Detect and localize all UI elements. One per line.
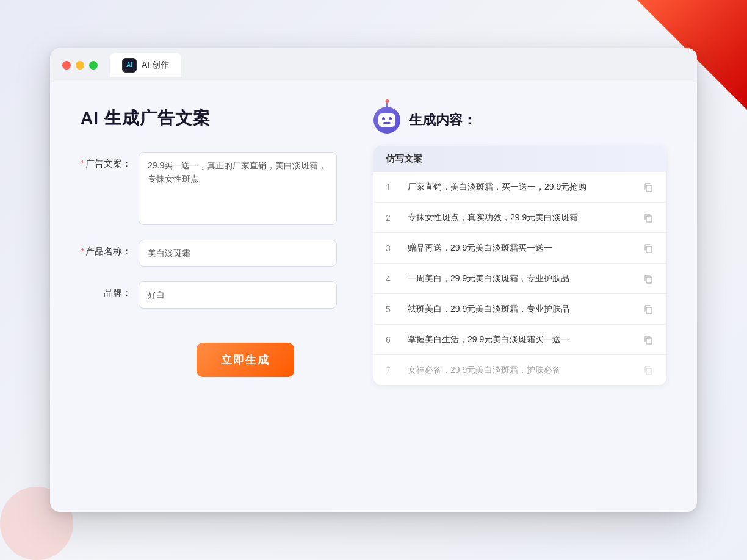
svg-rect-1: [646, 216, 652, 222]
browser-tab[interactable]: AI AI 创作: [110, 53, 181, 77]
result-text: 女神必备，29.9元美白淡斑霜，护肤必备: [408, 364, 632, 376]
browser-chrome: AI AI 创作: [50, 48, 697, 82]
svg-rect-4: [646, 307, 652, 314]
browser-content: AI 生成广告文案 *广告文案： *产品名称： 品牌：: [50, 82, 697, 512]
results-container: 仿写文案 1 厂家直销，美白淡斑霜，买一送一，29.9元抢购 2 专抹女性斑点，…: [374, 146, 666, 385]
ad-copy-input[interactable]: [139, 152, 337, 225]
window-controls: [62, 61, 98, 70]
result-row: 2 专抹女性斑点，真实功效，29.9元美白淡斑霜: [374, 203, 666, 233]
copy-button[interactable]: [642, 273, 654, 285]
copy-button[interactable]: [642, 364, 654, 376]
results-header: 仿写文案: [374, 146, 666, 172]
result-text: 掌握美白生活，29.9元美白淡斑霜买一送一: [408, 333, 632, 346]
copy-icon: [643, 243, 653, 253]
result-row: 6 掌握美白生活，29.9元美白淡斑霜买一送一: [374, 325, 666, 355]
robot-icon: [374, 107, 400, 134]
svg-rect-6: [646, 368, 652, 375]
copy-button[interactable]: [642, 334, 654, 346]
right-header: 生成内容：: [374, 107, 666, 134]
result-text: 赠品再送，29.9元美白淡斑霜买一送一: [408, 242, 632, 254]
result-number: 7: [386, 365, 398, 375]
svg-rect-2: [646, 246, 652, 253]
result-text: 专抹女性斑点，真实功效，29.9元美白淡斑霜: [408, 211, 632, 224]
copy-button[interactable]: [642, 303, 654, 315]
browser-window: AI AI 创作 AI 生成广告文案 *广告文案： *产品名称：: [50, 48, 697, 512]
result-number: 4: [386, 274, 398, 284]
result-row: 3 赠品再送，29.9元美白淡斑霜买一送一: [374, 233, 666, 264]
svg-rect-0: [646, 185, 652, 192]
copy-button[interactable]: [642, 181, 654, 193]
right-panel: 生成内容： 仿写文案 1 厂家直销，美白淡斑霜，买一送一，29.9元抢购 2 专…: [374, 107, 666, 487]
result-row: 5 祛斑美白，29.9元美白淡斑霜，专业护肤品: [374, 294, 666, 325]
results-list: 1 厂家直销，美白淡斑霜，买一送一，29.9元抢购 2 专抹女性斑点，真实功效，…: [374, 172, 666, 385]
product-name-input[interactable]: [139, 240, 337, 267]
page-title: AI 生成广告文案: [81, 107, 337, 130]
brand-label: 品牌：: [81, 281, 139, 299]
copy-icon: [643, 335, 653, 345]
brand-row: 品牌：: [81, 281, 337, 308]
generate-button[interactable]: 立即生成: [197, 343, 294, 377]
ai-logo-icon: AI: [122, 58, 137, 73]
result-text: 一周美白，29.9元美白淡斑霜，专业护肤品: [408, 272, 632, 285]
copy-icon: [643, 365, 653, 375]
maximize-button[interactable]: [89, 61, 98, 70]
product-name-row: *产品名称：: [81, 240, 337, 267]
brand-input[interactable]: [139, 281, 337, 308]
result-number: 6: [386, 335, 398, 345]
required-star-2: *: [81, 246, 84, 256]
minimize-button[interactable]: [76, 61, 84, 70]
left-panel: AI 生成广告文案 *广告文案： *产品名称： 品牌：: [81, 107, 337, 487]
close-button[interactable]: [62, 61, 71, 70]
copy-icon: [643, 274, 653, 284]
copy-icon: [643, 304, 653, 314]
result-number: 1: [386, 182, 398, 192]
result-row: 7 女神必备，29.9元美白淡斑霜，护肤必备: [374, 355, 666, 385]
product-name-label: *产品名称：: [81, 240, 139, 257]
required-star: *: [81, 158, 84, 168]
result-number: 2: [386, 213, 398, 223]
result-text: 厂家直销，美白淡斑霜，买一送一，29.9元抢购: [408, 181, 632, 193]
tab-label: AI 创作: [142, 60, 169, 71]
svg-rect-5: [646, 338, 652, 344]
result-row: 1 厂家直销，美白淡斑霜，买一送一，29.9元抢购: [374, 172, 666, 203]
robot-eyes: [382, 117, 392, 120]
copy-icon: [643, 182, 653, 192]
copy-icon: [643, 213, 653, 223]
ad-copy-row: *广告文案：: [81, 152, 337, 225]
result-number: 5: [386, 304, 398, 314]
result-row: 4 一周美白，29.9元美白淡斑霜，专业护肤品: [374, 264, 666, 294]
ad-copy-label: *广告文案：: [81, 152, 139, 170]
result-text: 祛斑美白，29.9元美白淡斑霜，专业护肤品: [408, 303, 632, 315]
svg-rect-3: [646, 277, 652, 283]
robot-eye-right: [389, 117, 392, 120]
robot-eye-left: [382, 117, 385, 120]
result-number: 3: [386, 243, 398, 253]
robot-face: [378, 113, 395, 127]
right-panel-title: 生成内容：: [409, 111, 476, 129]
robot-mouth: [383, 122, 391, 124]
robot-antenna: [386, 102, 388, 107]
copy-button[interactable]: [642, 242, 654, 254]
copy-button[interactable]: [642, 212, 654, 224]
